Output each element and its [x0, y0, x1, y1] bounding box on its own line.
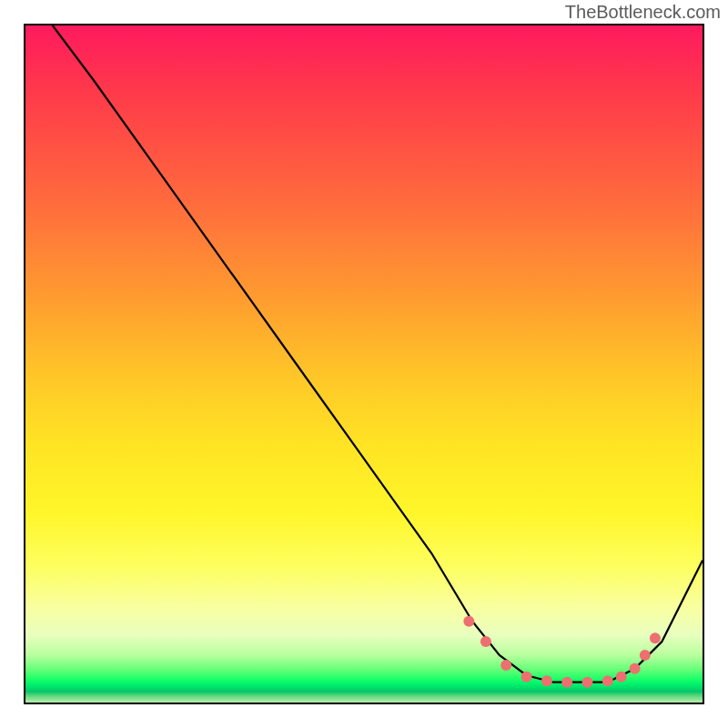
- chart-marker-dot: [640, 650, 651, 661]
- chart-marker-dot: [582, 677, 593, 688]
- chart-marker-dot: [650, 632, 661, 643]
- chart-marker-dot: [463, 616, 474, 627]
- chart-marker-dot: [500, 660, 511, 671]
- watermark-text: TheBottleneck.com: [565, 2, 721, 23]
- chart-markers: [463, 616, 661, 688]
- chart-curve: [53, 25, 703, 682]
- chart-marker-dot: [561, 677, 572, 688]
- chart-marker-dot: [480, 636, 491, 647]
- chart-marker-dot: [602, 675, 613, 686]
- chart-marker-dot: [521, 672, 532, 682]
- chart-plot-area: [24, 24, 704, 704]
- chart-marker-dot: [616, 672, 627, 682]
- chart-marker-dot: [541, 675, 552, 686]
- chart-svg: [25, 25, 703, 703]
- chart-marker-dot: [630, 663, 641, 674]
